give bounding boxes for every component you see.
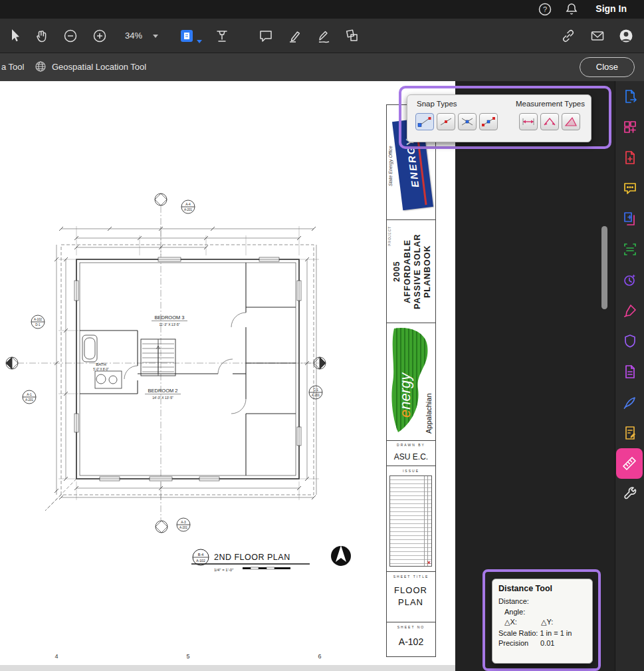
scale-ratio-label: Scale Ratio:	[498, 629, 538, 637]
distance-tool-popup-highlight: Distance Tool Distance: Angle: △X: △Y: S…	[483, 569, 601, 671]
protect-icon[interactable]	[615, 326, 644, 356]
combine-files-icon[interactable]	[615, 203, 644, 234]
sign-in-link[interactable]: Sign In	[595, 3, 627, 14]
geospatial-tool-button[interactable]: Geospatial Location Tool	[52, 62, 146, 72]
room-dims: 11'-3" X 13'-5"	[159, 323, 179, 327]
plan-scale: 1/4" = 1'-0"	[214, 568, 233, 572]
sheet-no-label: SHEET NO	[386, 625, 436, 629]
project-line: AFFORDABLE	[403, 221, 413, 321]
tools-wrench-icon[interactable]	[615, 479, 644, 509]
select-tool-icon[interactable]	[7, 28, 23, 44]
email-icon[interactable]	[590, 28, 605, 44]
share-link-icon[interactable]	[560, 28, 576, 44]
snap-midpoint-button[interactable]	[437, 113, 455, 130]
comment-tool-icon[interactable]	[258, 28, 274, 44]
plan-title: 2ND FLOOR PLAN	[214, 553, 290, 562]
stamp-tool-icon[interactable]	[344, 28, 360, 44]
bath-fixtures	[82, 335, 122, 388]
zoom-level-value[interactable]: 34%	[125, 31, 142, 41]
drawn-by-value: ASU E.C.	[386, 452, 436, 462]
highlight-tool-icon[interactable]	[287, 28, 303, 44]
north-arrow-icon	[331, 545, 351, 566]
globe-icon	[35, 61, 47, 72]
measure-tool-icon[interactable]	[616, 448, 643, 479]
sheet-no-value: A-102	[386, 636, 436, 647]
measurement-types-label: Measurement Types	[516, 100, 585, 108]
page-bottom-edge	[0, 665, 455, 671]
room-label: BEDROOM 2	[148, 388, 177, 394]
snap-intersection-button[interactable]	[458, 113, 477, 130]
precision-label: Precision	[498, 639, 538, 647]
project-year: 2005	[392, 221, 403, 321]
svg-text:A-201: A-201	[184, 208, 193, 211]
svg-text:D-1: D-1	[35, 323, 41, 327]
document-tool-icon[interactable]	[615, 356, 644, 387]
room-label: BATH	[96, 362, 106, 366]
title-block-divider	[386, 622, 436, 622]
precision-value: 0.01	[540, 639, 554, 647]
drawn-by-label: DRAWN BY	[386, 443, 436, 447]
svg-text:A-201: A-201	[25, 398, 34, 402]
sign-tool-icon[interactable]	[316, 28, 332, 44]
project-line: PASSIVE SOLAR	[413, 221, 423, 321]
help-icon[interactable]: ?	[537, 1, 553, 17]
exterior-walls	[76, 259, 299, 479]
close-button[interactable]: Close	[580, 57, 635, 77]
snap-nearest-button[interactable]	[479, 113, 498, 130]
reading-mode-icon[interactable]	[214, 28, 230, 44]
sheet-title-value: FLOOR PLAN	[394, 585, 427, 608]
prepare-form-icon[interactable]	[615, 418, 644, 448]
title-block-divider	[386, 440, 436, 441]
svg-text:A-3: A-3	[181, 521, 186, 524]
export-pdf-icon[interactable]	[615, 81, 644, 112]
snap-endpoint-button[interactable]	[415, 113, 434, 130]
fill-sign-icon[interactable]	[615, 295, 644, 326]
project-line: PLANBOOK	[423, 221, 433, 321]
energy-appalachian-logo: energy Appalachian	[389, 326, 434, 438]
page-display-icon[interactable]	[179, 28, 195, 44]
issue-column-line	[427, 476, 428, 566]
svg-text:?: ?	[543, 5, 547, 13]
stairs	[142, 339, 174, 376]
zoom-in-icon[interactable]	[92, 28, 108, 44]
active-tool-label[interactable]: a Tool	[1, 62, 24, 72]
title-block-divider	[386, 323, 436, 323]
zoom-out-icon[interactable]	[62, 28, 78, 44]
pdf-page[interactable]: BEDROOM 3 11'-3" X 13'-5" BATH 5'-0" X 8…	[0, 81, 455, 665]
roof-overhang-lines	[45, 245, 314, 511]
acrobat-window: ? Sign In 34%	[0, 0, 644, 671]
vertical-scrollbar[interactable]	[601, 226, 607, 309]
organize-pages-icon[interactable]	[615, 112, 644, 142]
interior-walls	[80, 263, 296, 475]
measure-area-button[interactable]	[562, 113, 580, 130]
reference-bubbles: A-4 A-201 A-102 D-1 A-1 A-201 C-1 A-201 …	[23, 200, 322, 531]
room-dims: 14'-3" X 13'-5"	[152, 396, 173, 400]
svg-text:B-4: B-4	[198, 553, 204, 557]
measure-distance-button[interactable]	[519, 113, 538, 130]
appalachian-text: Appalachian	[425, 393, 433, 434]
svg-text:A-201: A-201	[179, 526, 188, 529]
notifications-bell-icon[interactable]	[564, 1, 580, 17]
issue-column-line	[424, 476, 425, 566]
page-display-caret-icon[interactable]	[197, 40, 202, 43]
measure-perimeter-button[interactable]	[540, 113, 559, 130]
angle-row: Angle:	[504, 608, 586, 616]
grid-numbers: 4 5 6	[54, 653, 321, 660]
svg-text:C-1: C-1	[313, 388, 318, 392]
zoom-dropdown-caret-icon[interactable]	[153, 35, 158, 38]
create-pdf-icon[interactable]	[615, 142, 644, 173]
action-wizard-icon[interactable]	[615, 265, 644, 295]
delta-y-label: △Y:	[541, 618, 553, 626]
room-label: BEDROOM 3	[154, 315, 184, 321]
comment-icon[interactable]	[615, 173, 644, 203]
svg-text:6: 6	[318, 653, 321, 660]
snap-types-label: Snap Types	[417, 100, 457, 108]
scan-ocr-icon[interactable]	[615, 234, 644, 265]
floor-plan-drawing: BEDROOM 3 11'-3" X 13'-5" BATH 5'-0" X 8…	[0, 81, 385, 665]
account-avatar-icon[interactable]	[618, 28, 634, 44]
hand-tool-icon[interactable]	[33, 28, 49, 44]
certificates-pen-icon[interactable]	[615, 387, 644, 418]
document-area: BEDROOM 3 11'-3" X 13'-5" BATH 5'-0" X 8…	[0, 81, 615, 671]
room-labels: BEDROOM 3 11'-3" X 13'-5" BATH 5'-0" X 8…	[93, 315, 187, 400]
snap-types-popup-highlight: Snap Types Measurement Types	[399, 86, 611, 149]
